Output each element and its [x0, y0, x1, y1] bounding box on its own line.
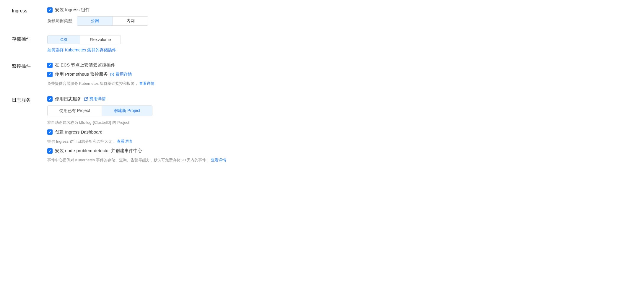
node-problem-hint-link[interactable]: 查看详情 — [211, 158, 226, 162]
ingress-label: Ingress — [12, 7, 47, 14]
storage-plugin-toggle-group: CSI Flexvolume — [47, 35, 121, 44]
monitor-plugin-section: 监控插件 在 ECS 节点上安装云监控插件 使用 Prometheus 监控服务… — [12, 62, 632, 87]
ingress-install-checkbox[interactable] — [47, 7, 53, 13]
log-new-project-btn[interactable]: 创建新 Project — [102, 106, 152, 116]
monitor-prometheus-cost-label: 费用详情 — [116, 72, 132, 77]
log-service-section: 日志服务 使用日志服务 费用详情 使用已有 Project 创建新 Projec… — [12, 96, 632, 163]
monitor-ecs-row: 在 ECS 节点上安装云监控插件 — [47, 62, 632, 68]
ingress-lb-type-label: 负载均衡类型 — [47, 18, 72, 24]
ingress-dashboard-row: 创建 Ingress Dashboard — [47, 129, 632, 135]
storage-plugin-section: 存储插件 CSI Flexvolume 如何选择 Kubernetes 集群的存… — [12, 35, 632, 53]
log-service-checkbox-row: 使用日志服务 费用详情 — [47, 96, 632, 102]
monitor-prometheus-cost-link[interactable]: 费用详情 — [110, 72, 132, 77]
storage-flexvolume-btn[interactable]: Flexvolume — [80, 35, 121, 44]
monitor-ecs-checkbox[interactable] — [47, 63, 53, 68]
ingress-lb-public-btn[interactable]: 公网 — [77, 17, 113, 25]
log-service-cost-label: 费用详情 — [89, 96, 106, 102]
monitor-hint-text: 免费提供容器服务 Kubernetes 集群基础监控和报警， — [47, 81, 138, 86]
ingress-install-row: 安装 Ingress 组件 — [47, 7, 632, 13]
log-service-label: 日志服务 — [12, 96, 47, 103]
ingress-lb-private-btn[interactable]: 内网 — [113, 17, 148, 25]
node-problem-checkbox[interactable] — [47, 148, 53, 154]
monitor-prometheus-checkbox[interactable] — [47, 72, 53, 77]
ingress-section: Ingress 安装 Ingress 组件 负载均衡类型 公网 内网 — [12, 7, 632, 26]
ingress-dashboard-checkbox[interactable] — [47, 129, 53, 135]
monitor-hint-row: 免费提供容器服务 Kubernetes 集群基础监控和报警， 查看详情 — [47, 81, 632, 87]
ingress-content: 安装 Ingress 组件 负载均衡类型 公网 内网 — [47, 7, 632, 26]
monitor-hint-link[interactable]: 查看详情 — [139, 81, 155, 86]
storage-plugin-content: CSI Flexvolume 如何选择 Kubernetes 集群的存储插件 — [47, 35, 632, 53]
log-service-content: 使用日志服务 费用详情 使用已有 Project 创建新 Project 将自动… — [47, 96, 632, 163]
monitor-prometheus-label: 使用 Prometheus 监控服务 — [55, 72, 108, 77]
storage-help-link-row: 如何选择 Kubernetes 集群的存储插件 — [47, 48, 632, 53]
node-problem-label: 安装 node-problem-detector 并创建事件中心 — [55, 148, 142, 154]
ingress-dashboard-hint-row: 提供 Ingress 访问日志分析和监控大盘， 查看详情 — [47, 139, 632, 145]
log-project-hint: 将自动创建名称为 k8s-log-{ClusterID} 的 Project — [47, 120, 632, 126]
storage-help-link[interactable]: 如何选择 Kubernetes 集群的存储插件 — [47, 48, 116, 52]
link-icon-log — [84, 97, 88, 101]
log-service-checkbox-label: 使用日志服务 — [55, 96, 82, 102]
log-service-checkbox[interactable] — [47, 96, 53, 102]
monitor-ecs-label: 在 ECS 节点上安装云监控插件 — [55, 62, 115, 68]
monitor-plugin-label: 监控插件 — [12, 62, 47, 69]
ingress-dashboard-label: 创建 Ingress Dashboard — [55, 129, 103, 135]
node-problem-row: 安装 node-problem-detector 并创建事件中心 — [47, 148, 632, 154]
log-project-hint-text: 将自动创建名称为 k8s-log-{ClusterID} 的 Project — [47, 120, 129, 125]
storage-csi-btn[interactable]: CSI — [48, 35, 80, 44]
link-icon — [110, 72, 114, 77]
ingress-lb-toggle-group: 公网 内网 — [77, 16, 148, 26]
ingress-dashboard-hint-link[interactable]: 查看详情 — [117, 139, 132, 144]
log-existing-project-btn[interactable]: 使用已有 Project — [48, 106, 102, 116]
monitor-plugin-content: 在 ECS 节点上安装云监控插件 使用 Prometheus 监控服务 费用详情… — [47, 62, 632, 87]
monitor-prometheus-row: 使用 Prometheus 监控服务 费用详情 — [47, 72, 632, 77]
node-problem-hint-row: 事件中心提供对 Kubernetes 事件的存储、查询、告警等能力，默认可免费存… — [47, 157, 632, 163]
ingress-dashboard-hint-text: 提供 Ingress 访问日志分析和监控大盘， — [47, 139, 116, 144]
storage-plugin-label: 存储插件 — [12, 35, 47, 42]
ingress-install-label: 安装 Ingress 组件 — [55, 7, 90, 13]
ingress-lb-type-row: 负载均衡类型 公网 内网 — [47, 16, 632, 26]
log-service-cost-link[interactable]: 费用详情 — [84, 96, 106, 102]
log-project-toggle-group: 使用已有 Project 创建新 Project — [47, 105, 152, 116]
node-problem-hint-text: 事件中心提供对 Kubernetes 事件的存储、查询、告警等能力，默认可免费存… — [47, 158, 210, 162]
